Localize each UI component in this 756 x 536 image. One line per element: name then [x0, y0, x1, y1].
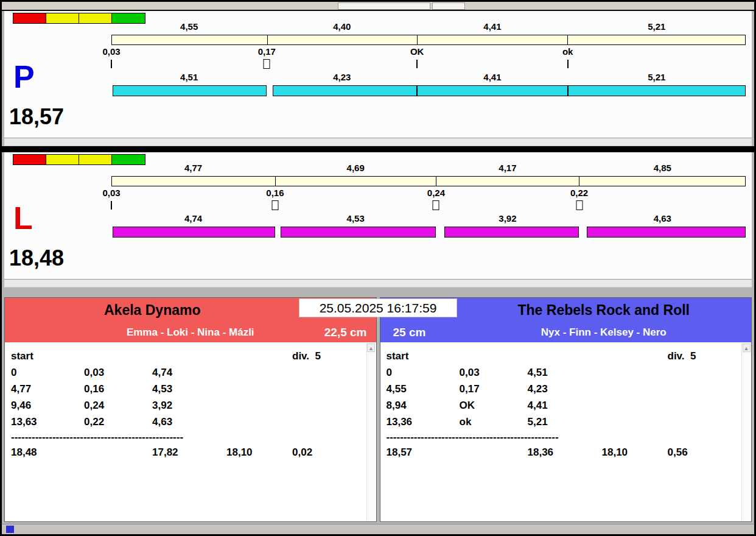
table-cell — [668, 414, 738, 430]
table-row: 00,034,51 — [387, 364, 738, 381]
table-cell: 4,51 — [528, 364, 602, 381]
window-bottom-strip — [2, 524, 754, 534]
lane-l: L 4,774,694,174,85 0,030,160,240,22 4,74… — [4, 152, 752, 287]
split-bar — [111, 35, 746, 45]
datetime: 25.05.2025 16:17:59 — [299, 298, 457, 317]
split-time-label: 4,40 — [267, 21, 417, 32]
table-row: 18,4817,8218,100,02 — [11, 444, 363, 460]
lane-track: 4,774,694,174,85 0,030,160,240,22 4,744,… — [111, 161, 746, 238]
team-subheader: Emma - Loki - Nina - Mázli 22,5 cm — [5, 323, 376, 342]
table-cell: 0,02 — [292, 444, 363, 460]
table-cell: OK — [460, 397, 528, 414]
table-row: 13,36ok5,21 — [387, 414, 738, 430]
table-cell: 0 — [11, 364, 84, 381]
dog-time-label: 4,53 — [275, 213, 436, 224]
dog-run-bar — [273, 85, 417, 96]
changeover-times-row: 0,030,160,240,22 — [111, 186, 746, 200]
table-cell — [84, 348, 152, 364]
start-light-cell — [46, 155, 79, 164]
changeover-time-label: OK — [410, 46, 424, 57]
table-cell: 18,48 — [11, 444, 84, 460]
table-cell — [602, 364, 668, 381]
scrollbar[interactable]: ▲ — [366, 343, 376, 521]
table-row: startdiv. 5 — [11, 348, 363, 364]
split-time-label: 5,21 — [568, 21, 746, 32]
table-cell: 4,77 — [11, 381, 84, 397]
start-light-cell — [79, 155, 112, 164]
result-table: startdiv. 500,034,744,770,164,539,460,24… — [11, 348, 363, 460]
table-cell — [528, 348, 602, 364]
jump-height: 22,5 cm — [324, 326, 367, 339]
changeover-markers-row — [111, 200, 746, 211]
team-panel-left: Akela Dynamo Emma - Loki - Nina - Mázli … — [4, 297, 377, 522]
dog-time-label: 4,63 — [579, 213, 746, 224]
table-cell: 13,63 — [11, 414, 84, 430]
table-cell — [226, 381, 292, 397]
table-cell: start — [387, 348, 460, 364]
lane-total-time: 18,57 — [9, 106, 64, 128]
changeover-tick-marker — [111, 201, 112, 210]
dog-time-label: 5,21 — [568, 72, 746, 82]
table-row: 13,630,224,63 — [11, 414, 363, 430]
changeover-time-label: ok — [562, 46, 573, 57]
table-cell — [292, 381, 363, 397]
split-divider — [275, 177, 276, 186]
lane-total-time: 18,48 — [9, 247, 64, 269]
changeover-time-label: 0,03 — [102, 188, 120, 198]
changeover-box-marker — [433, 200, 439, 210]
changeover-time-label: 0,22 — [570, 188, 588, 198]
table-cell — [226, 364, 292, 381]
table-cell — [668, 364, 738, 381]
table-cell: 0 — [387, 364, 460, 381]
table-row: startdiv. 5 — [387, 348, 738, 364]
table-cell: div. 5 — [292, 348, 363, 364]
table-cell: 0,03 — [460, 364, 528, 381]
dog-run-bar — [568, 85, 746, 96]
table-cell — [602, 414, 668, 430]
table-row: 9,460,243,92 — [11, 397, 363, 414]
scroll-up-icon[interactable]: ▲ — [367, 344, 375, 352]
table-cell: ok — [460, 414, 528, 430]
team-panel-right: The Rebels Rock and Roll Nyx - Finn - Ke… — [380, 297, 752, 522]
dog-time-label: 4,74 — [111, 213, 275, 224]
table-cell: start — [11, 348, 84, 364]
dog-run-bar — [444, 227, 579, 238]
table-row: 4,770,164,53 — [11, 381, 363, 397]
table-cell: 3,92 — [152, 397, 226, 414]
scrollbar[interactable]: ▲ — [741, 343, 751, 521]
dog-run-bar — [113, 85, 267, 96]
dog-time-label: 3,92 — [436, 213, 579, 224]
table-cell: 0,24 — [84, 397, 152, 414]
changeover-tick-marker — [111, 60, 112, 68]
split-divider — [567, 35, 568, 44]
lane-letter: P — [13, 61, 35, 93]
start-light-cell — [79, 13, 112, 23]
jump-height: 25 cm — [393, 326, 426, 339]
lane-status-field — [4, 279, 752, 287]
changeover-times-row: 0,030,17OKok — [111, 45, 746, 59]
result-table: startdiv. 500,034,514,550,174,238,94OK4,… — [387, 348, 738, 460]
dog-names: Emma - Loki - Nina - Mázli — [127, 326, 254, 339]
toolbar-remnant — [432, 2, 465, 10]
result-area-right: startdiv. 500,034,514,550,174,238,94OK4,… — [380, 342, 752, 521]
table-row: 18,5718,3618,100,56 — [387, 444, 738, 460]
app-window: P 4,554,404,415,21 0,030,17OKok 4,514,23… — [0, 0, 756, 536]
team-subheader: Nyx - Finn - Kelsey - Nero 25 cm — [380, 323, 752, 342]
split-bar — [111, 176, 746, 186]
changeover-tick-marker — [567, 60, 569, 68]
table-cell — [668, 397, 738, 414]
table-cell — [226, 348, 292, 364]
split-time-label: 4,69 — [275, 163, 436, 173]
table-cell: 0,17 — [460, 381, 528, 397]
table-row: 8,94OK4,41 — [387, 397, 738, 414]
dog-run-bar — [113, 227, 275, 238]
split-divider — [417, 35, 418, 44]
table-cell: 18,36 — [528, 444, 602, 460]
changeover-time-label: 0,03 — [102, 46, 120, 57]
table-cell: 18,10 — [602, 444, 668, 460]
table-separator: ----------------------------------------… — [387, 430, 738, 444]
dog-run-bar — [587, 227, 746, 238]
table-cell: 0,03 — [84, 364, 152, 381]
changeover-box-marker — [576, 200, 583, 210]
scroll-up-icon[interactable]: ▲ — [743, 344, 751, 352]
